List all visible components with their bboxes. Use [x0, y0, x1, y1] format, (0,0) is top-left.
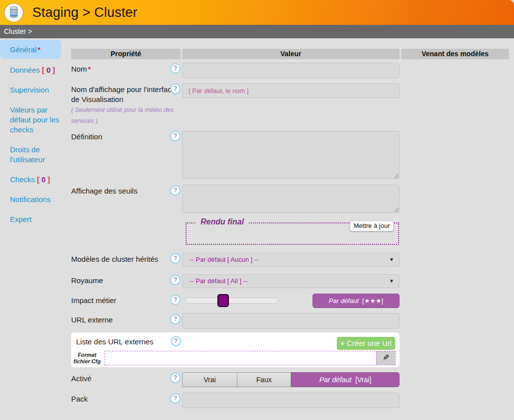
- url-externe-label: URL externe: [71, 315, 113, 325]
- help-icon[interactable]: ?: [170, 63, 181, 74]
- url-list-label: Liste des URL externes: [76, 337, 153, 346]
- help-icon[interactable]: ?: [170, 84, 181, 94]
- definition-label: Définition: [71, 132, 103, 142]
- default-label: Par défaut: [329, 297, 359, 305]
- sidebar-item-expert[interactable]: Expert: [0, 214, 65, 224]
- display-name-input[interactable]: [182, 83, 400, 98]
- column-header-valeur: Valeur: [182, 49, 400, 59]
- database-icon: [4, 3, 23, 22]
- required-asterisk: *: [37, 45, 40, 54]
- sidebar-item-label: Valeurs par défaut pour les checks: [10, 105, 59, 134]
- sidebar-item-label: Notifications: [10, 195, 51, 204]
- impact-stars-value: [★★★]: [362, 297, 383, 305]
- column-header-propriete: Propriété: [71, 49, 181, 59]
- sidebar-item-label: Expert: [10, 215, 31, 223]
- help-icon[interactable]: ?: [170, 393, 181, 404]
- display-name-note: ( Seulement utilisé pour la météo des se…: [71, 105, 180, 126]
- page-title: Staging > Cluster: [32, 5, 137, 20]
- edit-pencil-button[interactable]: ✎: [376, 351, 395, 365]
- definition-textarea[interactable]: [182, 131, 400, 179]
- help-icon[interactable]: ?: [170, 131, 181, 141]
- chevron-down-icon: ▼: [389, 253, 394, 266]
- chevron-down-icon: ▼: [389, 275, 394, 288]
- sidebar-item-checks[interactable]: Checks [0]: [0, 175, 65, 185]
- royaume-label: Royaume: [71, 276, 103, 286]
- sidebar-item-label: Général: [10, 45, 36, 54]
- royaume-select[interactable]: -- Par défaut [ All ] -- ▼: [182, 274, 400, 288]
- rendu-final-legend: Rendu final: [196, 217, 249, 226]
- display-name-label: Nom d'affichage pour l'interface de Visu…: [71, 85, 177, 105]
- impact-default-button[interactable]: Par défaut [★★★]: [312, 294, 400, 308]
- mettre-a-jour-button[interactable]: Mettre à jour: [350, 220, 394, 231]
- help-icon[interactable]: ?: [170, 373, 181, 383]
- pencil-icon: ✎: [383, 351, 389, 364]
- seuils-label: Affichage des seuils: [71, 186, 137, 196]
- required-asterisk: *: [88, 65, 91, 73]
- nom-label: Nom*: [71, 64, 91, 74]
- sidebar-item-general[interactable]: Général*: [0, 40, 61, 59]
- sidebar-item-label: Checks: [10, 175, 35, 184]
- active-vrai-button[interactable]: Vrai: [182, 372, 237, 387]
- column-header-venant-modeles: Venant des modèles: [401, 49, 509, 59]
- app-window: Staging > Cluster Cluster > Général* Don…: [0, 0, 514, 420]
- url-externe-input[interactable]: [182, 313, 400, 328]
- sidebar-item-valeurs-defaut[interactable]: Valeurs par défaut pour les checks: [0, 105, 65, 135]
- count-value: 0: [44, 66, 52, 74]
- active-default-button[interactable]: Par défaut [Vrai]: [291, 372, 400, 387]
- impact-slider-track[interactable]: [185, 298, 278, 304]
- format-cfg-input[interactable]: [104, 351, 396, 365]
- format-cfg-label: Format fichier Cfg: [71, 352, 103, 365]
- count-bracket: ]: [53, 66, 55, 74]
- seuils-textarea[interactable]: [182, 185, 400, 213]
- pack-label: Pack: [71, 394, 88, 404]
- sidebar-item-supervision[interactable]: Supervision: [0, 85, 65, 95]
- help-icon[interactable]: ?: [170, 253, 181, 264]
- royaume-selected-value: -- Par défaut [ All ] --: [190, 277, 247, 285]
- sidebar-item-label: Données: [10, 66, 40, 74]
- active-default-value: [Vrai]: [355, 376, 371, 384]
- help-icon[interactable]: ?: [170, 314, 181, 324]
- count-bracket: ]: [48, 175, 50, 184]
- breadcrumb[interactable]: Cluster >: [0, 25, 514, 38]
- app-header: Staging > Cluster: [0, 0, 514, 25]
- help-icon[interactable]: ?: [170, 185, 181, 196]
- creer-url-button[interactable]: +Créer une Url: [337, 337, 395, 350]
- help-icon[interactable]: ?: [170, 295, 181, 305]
- plus-icon: +: [340, 339, 345, 347]
- active-faux-button[interactable]: Faux: [237, 372, 291, 387]
- help-icon[interactable]: ?: [170, 275, 181, 285]
- modeles-label: Modèles de cluster hérités: [71, 254, 158, 264]
- sidebar-item-notifications[interactable]: Notifications: [0, 195, 65, 205]
- sidebar-item-label: Supervision: [10, 86, 49, 94]
- creer-url-label: Créer une Url: [347, 339, 392, 347]
- count-value: 0: [39, 175, 47, 184]
- nom-input[interactable]: [182, 63, 400, 78]
- impact-slider-handle[interactable]: [217, 294, 229, 307]
- sidebar-item-label: Droits de l'utilisateur: [10, 145, 45, 164]
- sidebar-item-droits[interactable]: Droits de l'utilisateur: [0, 145, 65, 165]
- active-label: Activé: [71, 374, 92, 384]
- sidebar-item-donnees[interactable]: Données [0]: [0, 65, 65, 75]
- pack-input[interactable]: [182, 393, 400, 408]
- help-icon[interactable]: ?: [171, 336, 181, 346]
- default-label: Par défaut: [319, 376, 352, 384]
- impact-label: Impact métier: [71, 296, 116, 306]
- modeles-select[interactable]: -- Par défaut [ Aucun ] -- ▼: [182, 253, 400, 267]
- modeles-selected-value: -- Par défaut [ Aucun ] --: [190, 256, 259, 263]
